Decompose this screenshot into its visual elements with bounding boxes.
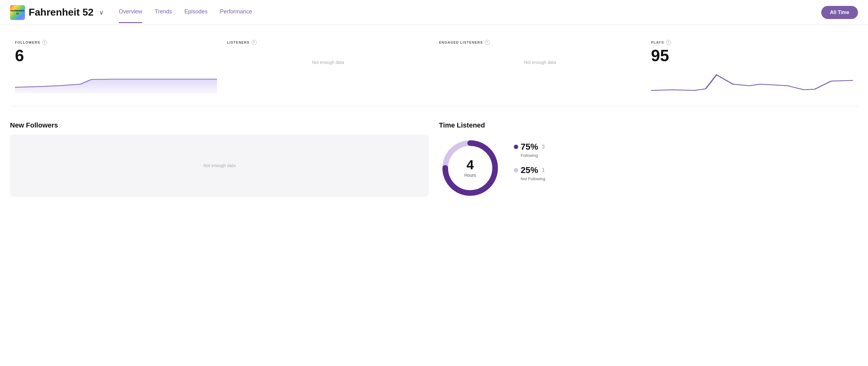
new-followers-title: New Followers bbox=[10, 121, 429, 129]
bottom-row: New Followers Not enough data Time Liste… bbox=[10, 121, 858, 199]
engaged-listeners-label: ENGAGED LISTENERS ? bbox=[439, 40, 641, 45]
stat-plays: PLAYS ? 95 bbox=[646, 35, 858, 101]
following-dot bbox=[514, 145, 518, 149]
logo-area: FAHRENHEIT52 Fahrenheit 52 ∨ bbox=[10, 5, 104, 20]
time-listened-title: Time Listened bbox=[439, 121, 858, 129]
podcast-logo: FAHRENHEIT52 bbox=[10, 5, 25, 20]
all-time-button[interactable]: All Time bbox=[821, 6, 858, 19]
header-right: All Time bbox=[821, 6, 858, 19]
main-content: FOLLOWERS ? 6 LI bbox=[0, 25, 868, 209]
not-following-dot bbox=[514, 168, 518, 173]
following-count: 3 bbox=[542, 144, 545, 150]
not-following-count: 1 bbox=[542, 167, 545, 173]
listeners-help-icon[interactable]: ? bbox=[252, 40, 257, 45]
stat-engaged-listeners: ENGAGED LISTENERS ? Not enough data bbox=[434, 35, 646, 101]
not-following-desc: Not Following bbox=[521, 177, 545, 181]
listeners-no-data: Not enough data bbox=[227, 48, 429, 77]
donut-hours-label: Hours bbox=[464, 173, 476, 178]
plays-label: PLAYS ? bbox=[651, 40, 853, 45]
donut-hours: 4 bbox=[464, 158, 476, 172]
nav-trends[interactable]: Trends bbox=[155, 8, 172, 16]
new-followers-no-data: Not enough data bbox=[203, 151, 236, 181]
donut-center: 4 Hours bbox=[464, 158, 476, 178]
nav-performance[interactable]: Performance bbox=[220, 8, 252, 16]
header: FAHRENHEIT52 Fahrenheit 52 ∨ Overview Tr… bbox=[0, 0, 868, 25]
donut-chart: 4 Hours bbox=[439, 137, 501, 199]
listeners-label: LISTENERS ? bbox=[227, 40, 429, 45]
podcast-dropdown-arrow[interactable]: ∨ bbox=[99, 9, 104, 16]
engaged-listeners-no-data: Not enough data bbox=[439, 48, 641, 77]
new-followers-card: Not enough data bbox=[10, 134, 429, 197]
engaged-listeners-help-icon[interactable]: ? bbox=[485, 40, 490, 45]
time-listened-section: Time Listened 4 Hours bbox=[439, 121, 858, 199]
stats-row: FOLLOWERS ? 6 LI bbox=[10, 35, 858, 106]
followers-label: FOLLOWERS ? bbox=[15, 40, 217, 45]
plays-help-icon[interactable]: ? bbox=[666, 40, 671, 45]
time-listened-content: 4 Hours 75% 3 Following bbox=[439, 134, 858, 199]
plays-value: 95 bbox=[651, 48, 853, 64]
time-listened-legend: 75% 3 Following 25% 1 Not Following bbox=[514, 137, 545, 181]
stat-listeners: LISTENERS ? Not enough data bbox=[222, 35, 434, 101]
following-desc: Following bbox=[521, 153, 545, 158]
followers-value: 6 bbox=[15, 48, 217, 64]
legend-not-following: 25% 1 Not Following bbox=[514, 165, 545, 181]
podcast-title: Fahrenheit 52 bbox=[29, 6, 94, 18]
not-following-pct: 25% bbox=[521, 165, 538, 175]
legend-following: 75% 3 Following bbox=[514, 142, 545, 158]
following-pct: 75% bbox=[521, 142, 538, 152]
nav-episodes[interactable]: Episodes bbox=[184, 8, 207, 16]
new-followers-section: New Followers Not enough data bbox=[10, 121, 429, 199]
stat-followers: FOLLOWERS ? 6 bbox=[10, 35, 222, 101]
main-nav: Overview Trends Episodes Performance bbox=[119, 8, 252, 16]
plays-chart bbox=[651, 69, 853, 94]
followers-chart bbox=[15, 69, 217, 94]
nav-overview[interactable]: Overview bbox=[119, 8, 142, 16]
followers-help-icon[interactable]: ? bbox=[42, 40, 47, 45]
